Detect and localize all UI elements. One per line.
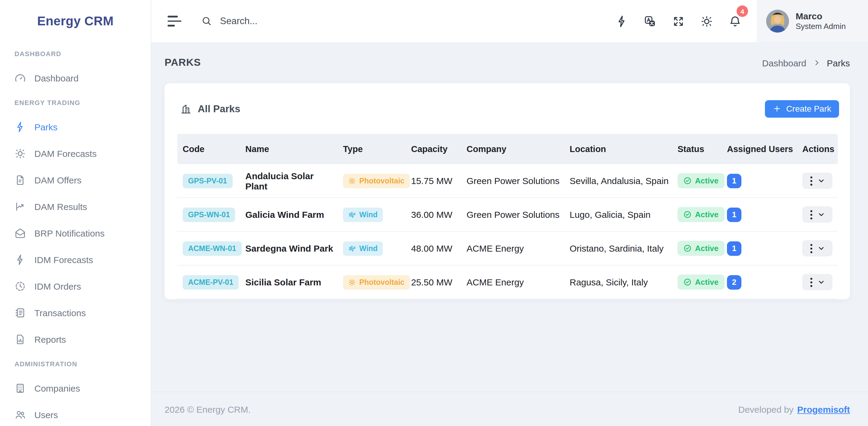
- sidebar-item-dam-results[interactable]: DAM Results: [0, 193, 151, 220]
- assigned-users-badge: 1: [727, 241, 741, 256]
- bell-icon: [729, 15, 741, 27]
- main-content: PARKS Dashboard Parks All Parks Create P…: [151, 42, 868, 426]
- check-circle-icon: [684, 177, 691, 184]
- sidebar-item-label: Transactions: [34, 307, 86, 318]
- sidebar-item-idm-orders[interactable]: IDM Orders: [0, 273, 151, 299]
- sun-icon: [701, 15, 713, 27]
- notification-count-badge: 4: [737, 5, 748, 17]
- row-actions-button[interactable]: [802, 173, 832, 189]
- lightning-icon: [615, 15, 628, 27]
- park-code-badge: GPS-WN-01: [183, 207, 236, 222]
- sidebar-item-label: DAM Forecasts: [34, 148, 97, 159]
- brand-logo[interactable]: Energy CRM: [0, 0, 151, 42]
- park-code-badge: ACME-PV-01: [183, 275, 239, 289]
- table-row: ACME-WN-01 Sardegna Wind Park Wind 48.00…: [177, 232, 838, 265]
- sidebar-item-label: Users: [34, 409, 58, 420]
- copyright-text: 2026 © Energy CRM.: [164, 404, 251, 414]
- topbar-actions: 4 Marco System Admin: [608, 0, 868, 42]
- park-name: Sardegna Wind Park: [245, 243, 343, 253]
- page-head: PARKS Dashboard Parks: [151, 42, 868, 83]
- parks-card: All Parks Create Park Code Name Type Cap…: [164, 83, 850, 299]
- sidebar-item-dam-forecasts[interactable]: DAM Forecasts: [0, 140, 151, 167]
- column-header-type: Type: [343, 144, 411, 154]
- lightning-icon: [14, 254, 26, 265]
- check-circle-icon: [684, 245, 691, 252]
- column-header-company: Company: [467, 144, 569, 154]
- sidebar-item-label: DAM Results: [34, 201, 87, 211]
- park-type-badge: Wind: [343, 207, 383, 222]
- column-header-location: Location: [569, 144, 678, 154]
- chevron-down-icon: [818, 245, 825, 252]
- fullscreen-button[interactable]: [664, 0, 692, 42]
- park-company: Green Power Solutions: [467, 209, 569, 220]
- sun-icon: [14, 147, 26, 159]
- wind-icon: [348, 245, 355, 252]
- card-title: All Parks: [180, 103, 240, 114]
- sidebar-item-reports[interactable]: Reports: [0, 326, 151, 352]
- users-icon: [14, 409, 26, 420]
- sun-icon: [348, 177, 355, 184]
- status-badge: Active: [678, 275, 724, 290]
- park-capacity: 36.00 MW: [411, 209, 467, 220]
- sidebar-item-users[interactable]: Users: [0, 401, 151, 426]
- row-actions-button[interactable]: [802, 274, 832, 290]
- sidebar-section-dashboard: DASHBOARD: [0, 50, 151, 57]
- park-company: ACME Energy: [467, 243, 569, 253]
- table-row: ACME-PV-01 Sicilia Solar Farm Photovolta…: [177, 265, 838, 299]
- parks-table: Code Name Type Capacity Company Location…: [177, 134, 838, 299]
- sidebar-item-label: BRP Notifications: [34, 228, 104, 238]
- clock-icon: [14, 280, 26, 292]
- sidebar-item-idm-forecasts[interactable]: IDM Forecasts: [0, 246, 151, 273]
- language-button[interactable]: [636, 0, 664, 42]
- breadcrumb-dashboard[interactable]: Dashboard: [762, 58, 807, 68]
- row-actions-button[interactable]: [802, 240, 832, 256]
- wind-icon: [348, 211, 355, 218]
- developer-link[interactable]: Progemisoft: [797, 404, 850, 414]
- search-icon: [201, 16, 212, 27]
- notifications-button[interactable]: 4: [721, 0, 749, 42]
- fullscreen-icon: [672, 15, 685, 27]
- park-type-badge: Photovoltaic: [343, 173, 410, 188]
- assigned-users-badge: 1: [727, 173, 741, 188]
- sidebar-item-dam-offers[interactable]: DAM Offers: [0, 167, 151, 193]
- page-title: PARKS: [164, 57, 201, 69]
- park-capacity: 15.75 MW: [411, 176, 467, 186]
- dots-vertical-icon: [810, 277, 812, 287]
- buildings-icon: [180, 103, 192, 114]
- top-bar: 4 Marco System Admin: [151, 0, 868, 43]
- translate-icon: [644, 15, 656, 27]
- chevron-right-icon: [813, 59, 820, 66]
- park-code-badge: GPS-PV-01: [183, 173, 232, 188]
- assigned-users-badge: 2: [727, 275, 741, 289]
- sun-icon: [348, 279, 355, 286]
- user-name: Marco: [796, 10, 846, 22]
- sidebar-section-energy-trading: ENERGY TRADING: [0, 99, 151, 106]
- park-company: Green Power Solutions: [467, 176, 569, 186]
- theme-toggle-button[interactable]: [692, 0, 721, 42]
- park-location: Sevilla, Andalusia, Spain: [569, 176, 678, 186]
- dots-vertical-icon: [810, 210, 812, 219]
- sidebar-item-brp-notifications[interactable]: BRP Notifications: [0, 220, 151, 246]
- park-location: Oristano, Sardinia, Italy: [569, 243, 678, 253]
- sidebar: Energy CRM DASHBOARD Dashboard ENERGY TR…: [0, 0, 151, 426]
- sidebar-section-administration: ADMINISTRATION: [0, 360, 151, 367]
- park-location: Lugo, Galicia, Spain: [569, 209, 678, 220]
- sidebar-item-companies[interactable]: Companies: [0, 375, 151, 401]
- gauge-icon: [14, 72, 26, 84]
- sidebar-item-transactions[interactable]: Transactions: [0, 299, 151, 326]
- lightning-icon: [14, 121, 26, 133]
- park-name: Sicilia Solar Farm: [245, 277, 343, 287]
- hamburger-icon: [167, 16, 178, 17]
- table-row: GPS-WN-01 Galicia Wind Farm Wind 36.00 M…: [177, 198, 838, 232]
- row-actions-button[interactable]: [802, 206, 832, 223]
- mail-open-icon: [14, 227, 26, 239]
- sidebar-item-parks[interactable]: Parks: [0, 113, 151, 140]
- user-menu[interactable]: Marco System Admin: [756, 0, 868, 42]
- create-park-button[interactable]: Create Park: [765, 100, 839, 117]
- menu-toggle-button[interactable]: [167, 16, 181, 27]
- search-input[interactable]: [219, 15, 402, 27]
- quick-actions-button[interactable]: [608, 0, 636, 42]
- sidebar-item-label: IDM Forecasts: [34, 254, 93, 264]
- chevron-down-icon: [818, 279, 825, 285]
- sidebar-item-dashboard[interactable]: Dashboard: [0, 64, 151, 91]
